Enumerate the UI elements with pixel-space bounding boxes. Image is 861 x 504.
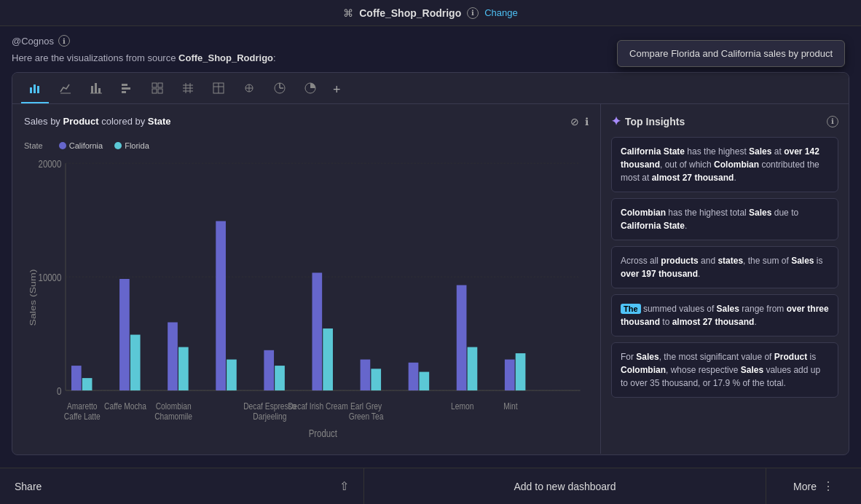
viz-panel: + Sales by Product colored by State ⊘ ℹ … — [12, 72, 849, 455]
svg-text:Colombian: Colombian — [156, 401, 192, 411]
svg-text:Mint: Mint — [503, 401, 518, 411]
svg-rect-14 — [158, 89, 162, 93]
tab-add[interactable]: + — [327, 79, 347, 102]
share-label: Share — [15, 481, 42, 492]
viz-tabs: + — [12, 73, 849, 104]
svg-text:20000: 20000 — [39, 158, 62, 170]
source-prefix: Here are the visualizations from source — [12, 52, 178, 63]
svg-text:Caffe Mocha: Caffe Mocha — [104, 401, 146, 411]
svg-rect-12 — [158, 83, 162, 87]
svg-text:Amaretto: Amaretto — [67, 401, 98, 411]
tooltip-text: Compare Florida and California sales by … — [629, 48, 833, 59]
svg-text:Lemon: Lemon — [451, 401, 473, 411]
tab-bar-chart[interactable] — [21, 77, 49, 103]
svg-text:Earl Grey: Earl Grey — [350, 401, 382, 411]
cognos-info-icon[interactable]: ℹ — [58, 35, 70, 47]
tab-table[interactable] — [205, 77, 232, 103]
svg-text:0: 0 — [57, 385, 61, 398]
insight-card-5: For Sales, the most significant value of… — [611, 342, 838, 398]
chart-panel: Sales by Product colored by State ⊘ ℹ St… — [12, 104, 601, 454]
svg-rect-64 — [420, 372, 430, 391]
svg-rect-52 — [264, 350, 274, 390]
tab-pie[interactable] — [296, 77, 324, 103]
chart-filter-icon[interactable]: ⊘ — [570, 116, 579, 127]
app-icon: ⌘ — [343, 7, 353, 19]
svg-rect-11 — [152, 83, 157, 87]
viz-body: Sales by Product colored by State ⊘ ℹ St… — [12, 104, 849, 454]
share-icon: ⇧ — [339, 479, 349, 493]
insights-header: ✦ Top Insights ℹ — [611, 114, 838, 128]
svg-rect-10 — [122, 91, 126, 93]
svg-rect-40 — [82, 378, 93, 390]
svg-rect-8 — [122, 84, 127, 86]
tab-scatter[interactable] — [235, 77, 263, 103]
tab-combo[interactable] — [266, 77, 294, 103]
svg-text:10000: 10000 — [39, 272, 62, 284]
share-button[interactable]: Share ⇧ — [0, 468, 364, 504]
chart-controls: ⊘ ℹ — [570, 116, 589, 127]
change-link[interactable]: Change — [484, 7, 518, 18]
svg-rect-65 — [457, 285, 467, 390]
svg-rect-5 — [95, 83, 97, 93]
legend-florida: Florida — [114, 141, 149, 150]
svg-rect-51 — [227, 360, 237, 391]
add-to-dashboard-button[interactable]: Add to new dashboard — [364, 468, 766, 504]
svg-rect-44 — [130, 335, 141, 391]
svg-rect-47 — [178, 347, 189, 391]
insight-card-3: Across all products and states, the sum … — [611, 246, 838, 288]
legend-california: California — [59, 141, 103, 150]
datasource-info-icon[interactable]: ℹ — [467, 7, 479, 19]
svg-rect-43 — [119, 279, 130, 390]
svg-text:Chamomile: Chamomile — [154, 412, 192, 421]
bottom-bar: Share ⇧ Add to new dashboard More ⋮ — [0, 468, 861, 504]
chart-title: Sales by Product colored by State — [24, 116, 171, 127]
svg-rect-60 — [371, 369, 381, 390]
top-bar: ⌘ Coffe_Shop_Rodrigo ℹ Change — [0, 0, 861, 26]
svg-rect-56 — [312, 272, 322, 390]
chart-legend: State California Florida — [24, 141, 589, 150]
at-cognos-label: @Cognos — [12, 36, 54, 47]
add-dashboard-label: Add to new dashboard — [514, 481, 616, 492]
source-name: Coffe_Shop_Rodrigo — [178, 52, 273, 63]
insight-card-1: California State has the highest Sales a… — [611, 137, 838, 192]
svg-rect-68 — [505, 360, 515, 391]
insight-card-2: Colombian has the highest total Sales du… — [611, 198, 838, 240]
svg-rect-57 — [323, 328, 333, 390]
tab-grid2[interactable] — [174, 77, 202, 103]
tab-grid-view[interactable] — [144, 77, 171, 103]
svg-text:Product: Product — [309, 428, 338, 440]
insights-info-icon[interactable]: ℹ — [827, 116, 838, 127]
tab-column-chart[interactable] — [82, 77, 110, 103]
tab-horiz-bar[interactable] — [113, 77, 141, 103]
insights-title: ✦ Top Insights — [611, 114, 685, 128]
main-content: @Cognos ℹ Here are the visualizations fr… — [0, 26, 861, 468]
svg-rect-46 — [168, 323, 178, 391]
svg-rect-1 — [34, 84, 36, 93]
svg-text:Caffe Latte: Caffe Latte — [64, 412, 101, 421]
more-chevron-icon: ⋮ — [822, 479, 834, 493]
svg-rect-6 — [98, 88, 101, 93]
source-suffix: : — [273, 52, 276, 63]
svg-rect-9 — [122, 87, 130, 90]
svg-rect-59 — [361, 360, 371, 391]
svg-rect-63 — [409, 363, 419, 390]
more-label: More — [793, 481, 817, 492]
svg-text:Darjeeling: Darjeeling — [253, 412, 286, 421]
svg-rect-2 — [37, 86, 39, 93]
svg-rect-39 — [71, 366, 82, 390]
svg-rect-0 — [30, 87, 32, 93]
datasource-title: Coffe_Shop_Rodrigo — [359, 7, 461, 19]
tab-line-chart[interactable] — [52, 77, 79, 103]
svg-rect-13 — [152, 89, 157, 93]
insight-card-4: The summed values of Sales range from ov… — [611, 294, 838, 336]
the-highlight: The — [621, 304, 641, 314]
more-button[interactable]: More ⋮ — [766, 468, 861, 504]
chart-area: 20000 10000 0 Sales (Sum) Amaretto Caffe… — [24, 153, 589, 442]
svg-rect-50 — [216, 221, 226, 391]
svg-rect-4 — [91, 86, 93, 93]
svg-text:Green Tea: Green Tea — [349, 412, 384, 421]
svg-text:Decaf Irish Cream: Decaf Irish Cream — [288, 401, 348, 411]
chart-info-icon[interactable]: ℹ — [585, 116, 589, 127]
chart-svg: 20000 10000 0 Sales (Sum) Amaretto Caffe… — [24, 153, 589, 442]
svg-rect-69 — [516, 353, 526, 390]
